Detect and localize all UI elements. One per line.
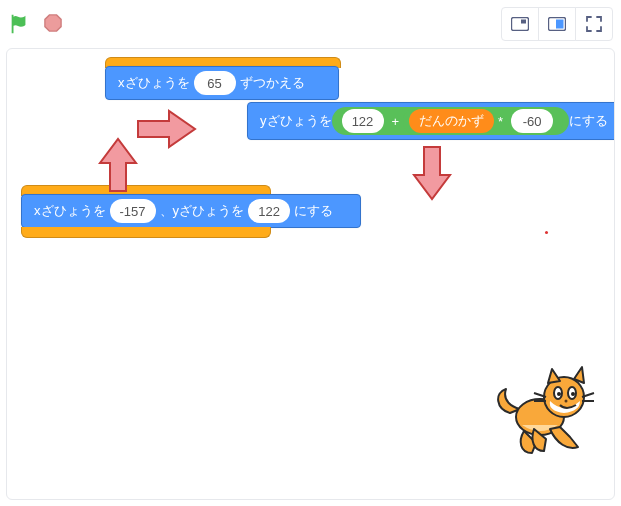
svg-point-22 (557, 392, 561, 396)
svg-point-23 (571, 392, 575, 396)
arrow-right-icon (133, 107, 203, 151)
small-stage-button[interactable] (501, 7, 539, 41)
goto-xy-block[interactable]: xざひょうを -157 、 yざひょうを 122 にする (21, 194, 361, 228)
arrow-up (96, 133, 140, 197)
large-stage-icon (548, 17, 566, 31)
arrow-right (133, 107, 203, 151)
fullscreen-icon (586, 16, 602, 32)
stack-cap-bottom-2 (21, 227, 271, 238)
svg-marker-0 (45, 14, 61, 30)
operator-add[interactable]: 122 + だんのかず * -60 (332, 107, 570, 135)
block-label: 、 (160, 202, 173, 220)
stage-container: xざひょうを 65 ずつかえる yざひょうを 122 + だんのかず * -60… (6, 48, 615, 500)
plus-op: + (388, 114, 404, 129)
times-op: * (494, 114, 507, 129)
large-stage-button[interactable] (538, 7, 576, 41)
cat-icon (490, 359, 600, 469)
variable-reporter[interactable]: だんのかず (409, 109, 494, 133)
block-label: にする (569, 112, 608, 130)
block-label: xざひょうを (118, 74, 190, 92)
top-bar (0, 0, 621, 48)
arrow-down (410, 141, 454, 205)
app-frame: xざひょうを 65 ずつかえる yざひょうを 122 + だんのかず * -60… (0, 0, 621, 506)
change-x-block[interactable]: xざひょうを 65 ずつかえる (105, 66, 339, 100)
block-label: ずつかえる (240, 74, 305, 92)
svg-point-24 (565, 400, 568, 403)
set-y-base[interactable]: 122 (342, 109, 384, 133)
arrow-down-icon (410, 141, 454, 205)
goto-y-value[interactable]: 122 (248, 199, 290, 223)
operator-mul[interactable]: だんのかず * -60 (403, 107, 563, 135)
svg-rect-2 (521, 20, 526, 24)
svg-rect-1 (512, 18, 529, 31)
green-flag-button[interactable] (8, 12, 30, 36)
small-stage-icon (511, 17, 529, 31)
fullscreen-button[interactable] (575, 7, 613, 41)
goto-x-value[interactable]: -157 (110, 199, 156, 223)
marker-dot (545, 231, 548, 234)
cat-sprite[interactable] (490, 359, 600, 472)
block-label: yざひょうを (260, 112, 332, 130)
set-y-block[interactable]: yざひょうを 122 + だんのかず * -60 にする (247, 102, 615, 140)
set-y-mult[interactable]: -60 (511, 109, 553, 133)
arrow-up-icon (96, 133, 140, 197)
green-flag-icon (8, 12, 30, 36)
block-label: にする (294, 202, 333, 220)
change-x-value[interactable]: 65 (194, 71, 236, 95)
svg-rect-4 (556, 20, 564, 29)
stage[interactable]: xざひょうを 65 ずつかえる yざひょうを 122 + だんのかず * -60… (7, 49, 614, 499)
stop-icon (44, 14, 62, 32)
stop-button[interactable] (44, 14, 62, 35)
block-label: yざひょうを (173, 202, 245, 220)
run-controls (8, 12, 62, 36)
block-label: xざひょうを (34, 202, 106, 220)
stage-size-controls (502, 7, 613, 41)
